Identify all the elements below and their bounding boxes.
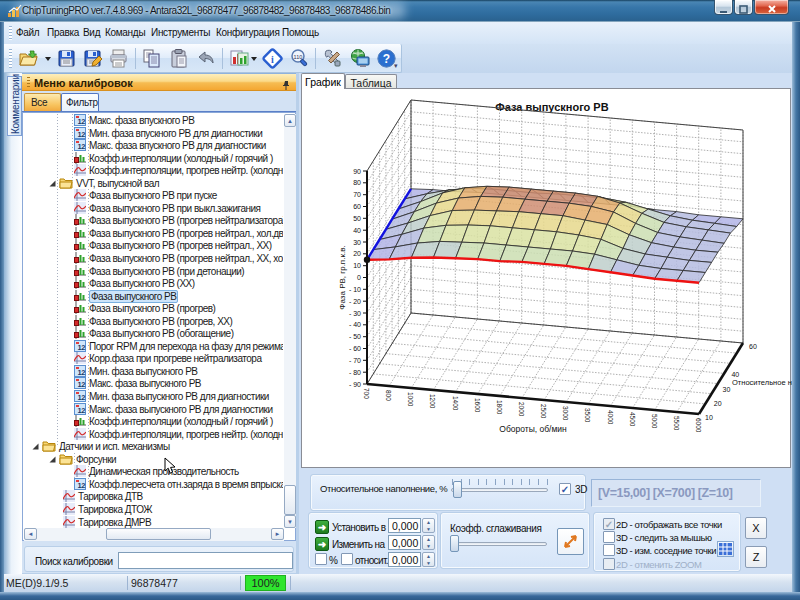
svg-text:70: 70 [353, 191, 361, 198]
svg-text:5500: 5500 [673, 416, 680, 431]
svg-text:3500: 3500 [584, 408, 591, 423]
svg-text:30: 30 [723, 386, 731, 393]
svg-text:12: 12 [78, 343, 86, 352]
svg-text:- 70: - 70 [349, 357, 361, 364]
svg-text:700: 700 [363, 388, 370, 399]
svg-text:0: 0 [357, 274, 361, 281]
svg-text:12: 12 [78, 380, 86, 389]
svg-text:10: 10 [705, 414, 713, 421]
svg-text:800: 800 [385, 390, 392, 401]
svg-text:4000: 4000 [607, 410, 614, 425]
svg-text:- 80: - 80 [349, 369, 361, 376]
svg-text:12: 12 [78, 368, 86, 377]
svg-text:- 20: - 20 [349, 298, 361, 305]
svg-text:1800: 1800 [496, 400, 503, 415]
svg-text:60: 60 [749, 343, 757, 350]
svg-text:4500: 4500 [629, 412, 636, 427]
svg-text:- 60: - 60 [349, 345, 361, 352]
svg-text:1400: 1400 [452, 396, 459, 411]
svg-text:2500: 2500 [540, 404, 547, 419]
svg-text:40: 40 [353, 227, 361, 234]
svg-text:20: 20 [353, 250, 361, 257]
svg-text:1000: 1000 [407, 392, 414, 407]
svg-text:80: 80 [353, 179, 361, 186]
svg-text:Обороты, об/мин: Обороты, об/мин [499, 424, 567, 434]
svg-text:Фаза РВ, гр.п.к.в.: Фаза РВ, гр.п.к.в. [338, 245, 347, 309]
svg-text:20: 20 [714, 400, 722, 407]
svg-text:i: i [271, 54, 274, 65]
svg-text:1200: 1200 [429, 394, 436, 409]
svg-text:?: ? [383, 52, 390, 66]
svg-text:- 90: - 90 [349, 381, 361, 388]
svg-text:3000: 3000 [562, 406, 569, 421]
svg-text:- 10: - 10 [349, 286, 361, 293]
svg-text:5000: 5000 [651, 414, 658, 429]
svg-text:1600: 1600 [474, 398, 481, 413]
svg-text:12: 12 [78, 117, 86, 126]
svg-text:90: 90 [353, 168, 361, 175]
svg-text:10: 10 [353, 262, 361, 269]
svg-text:Фаза выпускного РВ: Фаза выпускного РВ [495, 101, 608, 113]
svg-text:6000: 6000 [695, 418, 702, 433]
svg-text:60: 60 [353, 203, 361, 210]
svg-text:Относительное напол: Относительное напол [732, 378, 794, 387]
svg-text:12: 12 [78, 130, 86, 139]
svg-text:110: 110 [294, 54, 303, 60]
svg-text:- 50: - 50 [349, 333, 361, 340]
svg-text:- 30: - 30 [349, 310, 361, 317]
svg-text:2000: 2000 [518, 402, 525, 417]
svg-text:12: 12 [78, 406, 86, 415]
svg-text:12: 12 [78, 142, 86, 151]
svg-text:12: 12 [78, 481, 86, 490]
svg-text:- 40: - 40 [349, 321, 361, 328]
svg-text:12: 12 [78, 393, 86, 402]
svg-text:30: 30 [353, 239, 361, 246]
svg-text:50: 50 [353, 215, 361, 222]
